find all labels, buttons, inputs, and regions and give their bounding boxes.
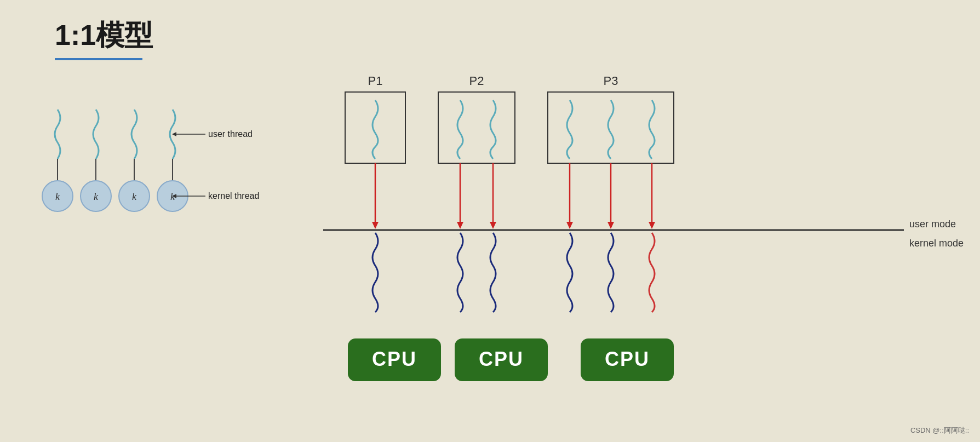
svg-marker-28 — [372, 222, 379, 229]
svg-marker-13 — [172, 132, 176, 136]
title-area: 1:1模型 — [55, 16, 153, 60]
svg-text:k: k — [55, 191, 60, 202]
diagram-svg: k k k k user thread kernel thread P1 P2 — [0, 0, 980, 442]
page-title: 1:1模型 — [55, 16, 153, 55]
left-thread-1: k — [42, 110, 73, 211]
svg-marker-34 — [566, 222, 573, 229]
svg-text:k: k — [132, 191, 137, 202]
svg-text:kernel thread: kernel thread — [208, 191, 259, 200]
svg-text:CPU: CPU — [605, 348, 650, 370]
svg-text:user mode: user mode — [909, 219, 956, 229]
svg-marker-38 — [649, 222, 655, 229]
svg-point-10 — [157, 181, 188, 211]
left-thread-2: k — [81, 110, 111, 211]
svg-text:CPU: CPU — [372, 348, 417, 370]
svg-text:P1: P1 — [368, 74, 383, 88]
svg-text:P2: P2 — [469, 74, 484, 88]
svg-rect-23 — [548, 92, 674, 163]
svg-marker-30 — [457, 222, 463, 229]
left-thread-3: k — [119, 110, 150, 211]
svg-rect-43 — [581, 338, 674, 381]
svg-text:P3: P3 — [604, 74, 618, 88]
left-thread-4: k — [157, 110, 188, 211]
svg-text:k: k — [94, 191, 99, 202]
svg-marker-32 — [490, 222, 496, 229]
svg-text:kernel mode: kernel mode — [909, 238, 964, 249]
svg-rect-41 — [455, 338, 548, 381]
svg-point-1 — [42, 181, 73, 211]
svg-rect-39 — [348, 338, 441, 381]
svg-point-7 — [119, 181, 150, 211]
title-underline — [55, 58, 142, 60]
svg-text:user thread: user thread — [208, 129, 253, 139]
svg-marker-36 — [608, 222, 614, 229]
svg-text:k: k — [170, 191, 175, 202]
svg-marker-16 — [172, 194, 176, 198]
svg-text:CPU: CPU — [479, 348, 524, 370]
svg-point-4 — [81, 181, 111, 211]
svg-rect-21 — [438, 92, 515, 163]
svg-rect-19 — [345, 92, 405, 163]
watermark: CSDN @::阿阿哒:: — [910, 426, 969, 435]
